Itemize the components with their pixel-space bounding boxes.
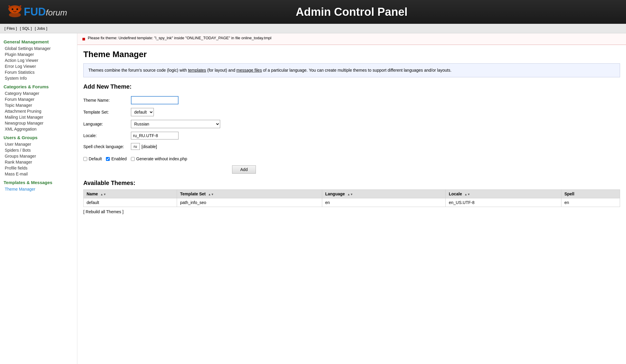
svg-point-4: [9, 12, 21, 17]
error-icon: ■: [82, 36, 85, 42]
col-locale[interactable]: Locale ▲▼: [446, 190, 561, 198]
dragon-icon: [6, 4, 24, 19]
add-button-container: Add: [83, 165, 256, 174]
sidebar-item-plugin-manager[interactable]: Plugin Manager: [0, 51, 77, 57]
sidebar-item-system-info[interactable]: System Info: [0, 75, 77, 81]
col-name[interactable]: Name ▲▼: [84, 190, 177, 198]
checkbox-row: Default Enabled Generate without index.p…: [83, 156, 620, 161]
row-locale: en_US.UTF-8: [446, 198, 561, 207]
jobs-link[interactable]: [ Jobs ]: [33, 26, 49, 31]
spell-cell: ru [disable]: [131, 141, 223, 152]
sidebar-item-mailing-list-manager[interactable]: Mailing List Manager: [0, 114, 77, 120]
sidebar-item-forum-statistics[interactable]: Forum Statistics: [0, 69, 77, 75]
spell-code: ru: [131, 143, 140, 150]
sidebar-item-spiders-bots[interactable]: Spiders / Bots: [0, 147, 77, 153]
error-bar: ■ Please fix theme: Undefined template: …: [77, 33, 626, 45]
col-spell: Spell: [561, 190, 620, 198]
logo-text: FUDforum: [24, 6, 67, 18]
info-box: Themes combine the forum's source code (…: [83, 63, 620, 77]
enabled-checkbox[interactable]: [106, 157, 110, 161]
svg-point-3: [16, 8, 18, 10]
spell-disable-link[interactable]: [disable]: [142, 144, 157, 149]
page-header-title: Admin Control Panel: [83, 6, 620, 18]
language-label: Language:: [83, 118, 131, 130]
header: FUDforum Admin Control Panel: [0, 0, 626, 24]
main-content: ■ Please fix theme: Undefined template: …: [77, 33, 626, 364]
generate-checkbox-label[interactable]: Generate without index.php: [131, 156, 187, 161]
sort-icon-name: ▲▼: [100, 193, 106, 196]
sidebar-item-topic-manager[interactable]: Topic Manager: [0, 102, 77, 108]
col-language[interactable]: Language ▲▼: [322, 190, 445, 198]
users-groups-title: Users & Groups: [0, 132, 77, 141]
sidebar: General Management Global Settings Manag…: [0, 33, 77, 364]
page-title: Theme Manager: [83, 50, 620, 59]
error-message: Please fix theme: Undefined template: "i…: [88, 36, 271, 40]
general-management-title: General Management: [0, 36, 77, 46]
sidebar-item-groups-manager[interactable]: Groups Manager: [0, 153, 77, 159]
spell-label: Spell check language:: [83, 141, 131, 152]
generate-label: Generate without index.php: [136, 156, 187, 161]
sidebar-item-rank-manager[interactable]: Rank Manager: [0, 159, 77, 165]
locale-input[interactable]: [131, 132, 179, 139]
sql-link[interactable]: [ SQL ]: [18, 26, 33, 31]
sidebar-item-forum-manager[interactable]: Forum Manager: [0, 96, 77, 102]
sidebar-item-error-log-viewer[interactable]: Error Log Viewer: [0, 63, 77, 69]
enabled-checkbox-label[interactable]: Enabled: [106, 156, 126, 161]
row-name: default: [84, 198, 177, 207]
enabled-label: Enabled: [111, 156, 126, 161]
files-link[interactable]: [ Files ]: [3, 26, 18, 31]
template-set-select[interactable]: default: [131, 108, 154, 116]
default-checkbox-label[interactable]: Default: [83, 156, 102, 161]
templates-messages-title: Templates & Messages: [0, 177, 77, 186]
language-cell: Russian English: [131, 118, 223, 130]
sidebar-item-attachment-pruning[interactable]: Attachment Pruning: [0, 108, 77, 114]
categories-forums-title: Categories & Forums: [0, 81, 77, 90]
logo-area: FUDforum: [6, 4, 83, 19]
generate-checkbox[interactable]: [131, 157, 135, 161]
sort-icon-template: ▲▼: [208, 193, 214, 196]
sidebar-item-profile-fields[interactable]: Profile fields: [0, 165, 77, 171]
add-button[interactable]: Add: [232, 165, 256, 174]
template-set-cell: default: [131, 106, 223, 118]
sidebar-item-global-settings[interactable]: Global Settings Manager: [0, 46, 77, 51]
default-checkbox[interactable]: [83, 157, 87, 161]
info-text: Themes combine the forum's source code (…: [88, 68, 451, 73]
sort-icon-locale: ▲▼: [464, 193, 470, 196]
theme-name-cell: [131, 94, 223, 106]
sort-icon-language: ▲▼: [347, 193, 353, 196]
row-spell: en: [561, 198, 620, 207]
svg-point-2: [12, 8, 13, 10]
add-theme-title: Add New Theme:: [83, 83, 620, 90]
theme-name-input[interactable]: [131, 96, 179, 104]
sidebar-item-category-manager[interactable]: Category Manager: [0, 90, 77, 96]
sidebar-item-action-log-viewer[interactable]: Action Log Viewer: [0, 57, 77, 63]
sidebar-item-theme-manager[interactable]: Theme Manager: [0, 186, 77, 192]
rebuild-container: [ Rebuild all Themes ]: [83, 209, 620, 214]
sidebar-item-user-manager[interactable]: User Manager: [0, 141, 77, 147]
col-template-set[interactable]: Template Set ▲▼: [177, 190, 322, 198]
rebuild-all-themes-link[interactable]: [ Rebuild all Themes ]: [83, 209, 123, 214]
page-body: Theme Manager Themes combine the forum's…: [77, 45, 626, 219]
locale-cell: [131, 130, 223, 141]
row-template-set: path_info_seo: [177, 198, 322, 207]
available-themes-title: Available Themes:: [83, 180, 620, 186]
sidebar-item-mass-email[interactable]: Mass E-mail: [0, 171, 77, 177]
layout: General Management Global Settings Manag…: [0, 33, 626, 364]
sidebar-item-newsgroup-manager[interactable]: Newsgroup Manager: [0, 120, 77, 126]
add-theme-form: Theme Name: Template Set: default Langua…: [83, 94, 223, 152]
sidebar-item-xml-aggregation[interactable]: XML Aggregation: [0, 126, 77, 132]
topnav: [ Files ] [ SQL ] [ Jobs ]: [0, 24, 626, 33]
theme-name-label: Theme Name:: [83, 94, 131, 106]
locale-label: Locale:: [83, 130, 131, 141]
row-language: en: [322, 198, 445, 207]
table-row: default path_info_seo en en_US.UTF-8 en: [84, 198, 620, 207]
default-label: Default: [89, 156, 102, 161]
template-set-label: Template Set:: [83, 106, 131, 118]
themes-table: Name ▲▼ Template Set ▲▼ Language ▲▼ Lo: [83, 189, 620, 207]
spell-row: ru [disable]: [131, 143, 220, 150]
language-select[interactable]: Russian English: [131, 120, 220, 128]
